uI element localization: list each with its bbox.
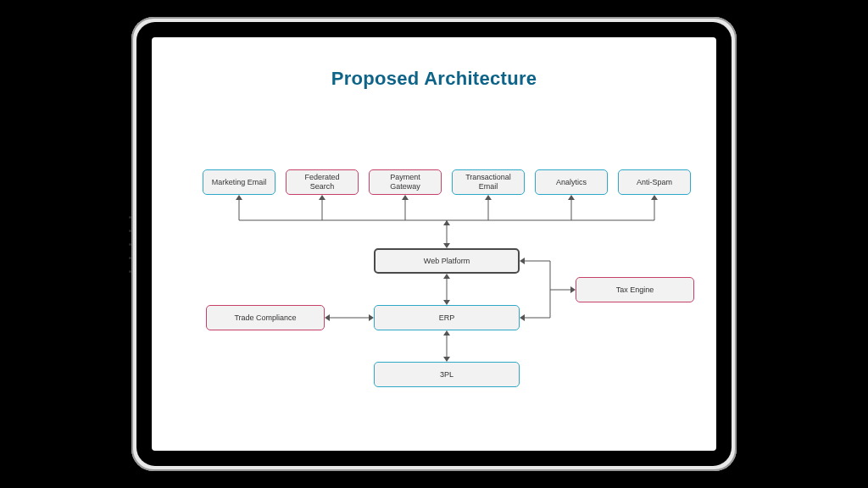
svg-marker-12 bbox=[651, 195, 658, 200]
svg-marker-10 bbox=[568, 195, 575, 200]
svg-marker-8 bbox=[485, 195, 492, 200]
svg-marker-4 bbox=[319, 195, 326, 200]
tablet-screen: Proposed Architecture Marketing Email Fe… bbox=[152, 37, 716, 451]
svg-marker-2 bbox=[236, 195, 242, 200]
svg-marker-15 bbox=[443, 220, 450, 225]
diagram-connectors bbox=[152, 37, 716, 451]
svg-marker-26 bbox=[520, 314, 525, 321]
svg-marker-14 bbox=[443, 243, 450, 248]
svg-marker-23 bbox=[325, 314, 330, 321]
svg-marker-20 bbox=[443, 330, 450, 336]
svg-marker-18 bbox=[443, 300, 450, 305]
svg-marker-17 bbox=[443, 274, 450, 279]
svg-marker-31 bbox=[520, 258, 525, 264]
svg-marker-29 bbox=[570, 286, 576, 293]
tablet-camera-dots bbox=[129, 210, 131, 278]
architecture-diagram: Marketing Email Federated Search Payment… bbox=[152, 37, 716, 451]
svg-marker-6 bbox=[402, 195, 409, 200]
svg-marker-21 bbox=[443, 357, 450, 362]
tablet-bezel: Proposed Architecture Marketing Email Fe… bbox=[136, 22, 732, 466]
tablet-frame: Proposed Architecture Marketing Email Fe… bbox=[131, 17, 737, 471]
svg-marker-24 bbox=[369, 314, 374, 321]
